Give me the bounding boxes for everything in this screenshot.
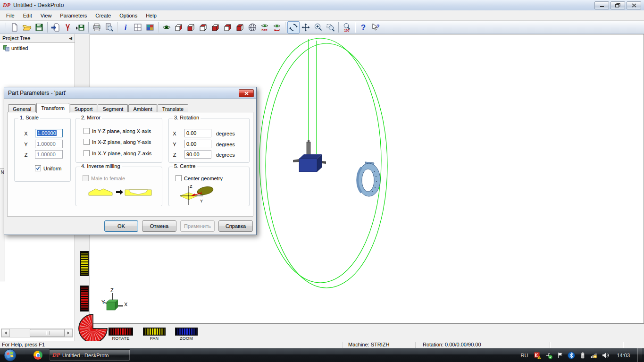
scroll-right-icon[interactable] [64,329,73,337]
zoom-roller-label: ZOOM [175,336,198,341]
scrollbar-track[interactable] [10,329,64,337]
rotation-y-input[interactable]: 0.00 [184,140,211,148]
toolbar-view-cube-top-button[interactable] [197,21,209,34]
mirror-yz-checkbox[interactable]: In Y-Z plane, along X-axis [84,128,151,134]
deskproto-task-icon: DP [52,352,60,359]
mirror-xy-checkbox-box[interactable] [84,150,90,156]
language-indicator[interactable]: RU [521,353,528,358]
toolbar-context-help-button[interactable]: ? [369,21,382,34]
toolbar-view-default-button[interactable]: DEF. [259,21,271,34]
menu-options[interactable]: Options [115,11,142,20]
center-geometry-checkbox-box[interactable] [176,175,182,181]
bluetooth-icon[interactable] [568,352,575,359]
toolbar-save-button[interactable] [33,21,45,34]
toolbar-view-cube-front-right-button[interactable] [209,21,222,34]
toolbar-export-save-button[interactable] [74,21,86,34]
toolbar-render-bitmap-button[interactable] [144,21,156,34]
toolbar-cutter-button[interactable] [62,21,74,34]
toolbar-open-folder-button[interactable] [21,21,33,34]
project-tree-hscrollbar[interactable] [1,328,73,337]
scale-x-input[interactable]: 1.00000 [35,129,63,137]
toolbar-tool-pan-button[interactable] [300,21,312,34]
inverse-milling-group: 4. Inverse milling Male to female [75,167,162,206]
toolbar-help-button[interactable]: ? [357,21,369,34]
close-button[interactable] [627,1,641,9]
kaspersky-icon[interactable] [534,352,541,359]
toolbar-separator [355,22,355,33]
minimize-button[interactable] [594,1,609,9]
toolbar-info-button[interactable]: i [119,21,132,34]
scale-y-input[interactable]: 1.00000 [35,140,63,148]
scale-y-label: Y [23,142,29,147]
flag-icon[interactable] [556,352,564,359]
tree-item-untitled[interactable]: untitled [0,43,75,52]
rotation-z-input[interactable]: 90.00 [184,150,211,159]
toolbar-view-cube-front-button[interactable] [185,21,197,34]
title-bar[interactable]: DP Untitled - DeskProto [0,0,644,11]
toolbar-window-layout-button[interactable] [132,21,144,34]
network-icon[interactable] [590,352,598,359]
scale-z-label: Z [23,152,29,158]
rotate-roller-vertical[interactable] [80,286,89,311]
rotate-wheel[interactable] [78,313,109,344]
toolbar-import-geometry-button[interactable] [50,21,62,34]
toolbar-view-cube-front-top-button[interactable] [234,21,246,34]
scroll-left-icon[interactable] [1,329,10,337]
cancel-button[interactable]: Отмена [142,220,176,232]
menu-edit[interactable]: Edit [19,11,36,20]
toolbar-new-file-button[interactable] [8,21,21,34]
toolbar-zoom-100-button[interactable]: 100 [341,21,353,34]
collapse-panel-icon[interactable]: ◀ [69,36,72,41]
pan-roller[interactable] [143,328,166,336]
toolbar-view-eye-button[interactable] [160,21,173,34]
menu-file[interactable]: File [2,11,19,20]
menu-parameters[interactable]: Parameters [56,11,91,20]
ok-button[interactable]: OK [104,220,138,232]
mirror-xz-checkbox-box[interactable] [84,139,90,145]
uniform-checkbox-box[interactable] [35,165,41,171]
mirror-xz-checkbox[interactable]: In X-Z plane, along Y-axis [84,139,151,145]
start-button[interactable] [4,349,17,362]
toolbar-view-rotate-button[interactable] [271,21,283,34]
volume-icon[interactable] [602,352,609,359]
inverse-milling-illustration [81,184,157,204]
dialog-title-bar[interactable]: Part Parameters - 'part' [4,87,256,99]
scale-z-input[interactable]: 1.00000 [35,150,63,159]
menu-view[interactable]: View [36,11,56,20]
scrollbar-thumb[interactable] [30,329,65,337]
dialog-close-button[interactable] [239,89,254,97]
svg-text:100: 100 [344,28,350,32]
toolbar-zoom-in-button[interactable] [312,21,324,34]
show-desktop-button[interactable] [637,348,642,362]
toolbar-print-button[interactable] [91,21,103,34]
toolbar-view-isometric-button[interactable] [246,21,259,34]
menu-create[interactable]: Create [91,11,115,20]
tab-transform[interactable]: Transform [36,103,69,113]
toolbar-separator [338,22,339,33]
center-geometry-checkbox[interactable]: Center geometry [176,175,223,181]
toolbar-tool-rotate-button[interactable] [287,21,300,34]
mirror-yz-checkbox-box[interactable] [84,128,90,134]
rotate-roller[interactable] [109,328,133,336]
toolbar-view-cube-top-right-button[interactable] [222,21,234,34]
taskbar-deskproto-button[interactable]: DP Untitled - DeskProto [49,349,130,361]
battery-icon[interactable] [579,352,586,359]
pan-roller-vertical[interactable] [80,251,89,276]
mirror-xy-checkbox[interactable]: In X-Y plane, along Z-axis [84,150,151,156]
toolbar-separator [88,22,89,33]
chrome-icon[interactable] [33,351,42,360]
taskbar-clock[interactable]: 14:03 [617,353,630,358]
toolbar-zoom-window-button[interactable] [324,21,336,34]
help-button[interactable]: Справка [218,220,253,232]
usb-icon[interactable] [545,352,552,359]
uniform-checkbox[interactable]: Uniform [35,165,62,171]
transform-tab-pane: 1. Scale X 1.00000 Y 1.00000 Z 1.00000 U… [7,112,253,217]
toolbar-view-cube-right-button[interactable] [173,21,185,34]
menu-help[interactable]: Help [142,11,161,20]
axis-x-label: X [124,302,128,307]
svg-text:i: i [125,23,127,32]
rotation-x-input[interactable]: 0.00 [184,129,211,137]
zoom-roller[interactable] [175,328,198,336]
toolbar-print-preview-button[interactable] [103,21,115,34]
restore-button[interactable] [611,1,625,9]
